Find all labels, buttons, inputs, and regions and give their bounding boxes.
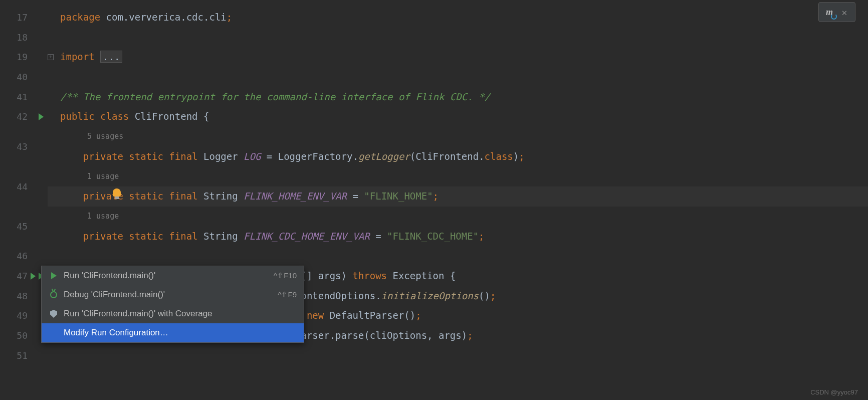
menu-label: Run 'CliFrontend.main()' with Coverage	[64, 309, 297, 319]
code-line[interactable]	[48, 246, 868, 266]
line-number: 50	[0, 326, 48, 346]
line-number: 43	[0, 127, 48, 166]
line-number: 49	[0, 306, 48, 326]
context-menu: Run 'CliFrontend.main()' ^⇧F10 Debug 'Cl…	[41, 266, 304, 343]
menu-label: Run 'CliFrontend.main()'	[64, 271, 274, 281]
line-number: 45	[0, 207, 48, 246]
code-line[interactable]: /** The frontend entrypoint for the comm…	[48, 87, 868, 107]
line-number: 47	[0, 266, 48, 286]
shield-icon	[49, 309, 59, 319]
run-icon[interactable]	[31, 273, 36, 280]
menu-item-debug[interactable]: Debug 'CliFrontend.main()' ^⇧F9	[42, 285, 304, 304]
code-line-current[interactable]: private static final String FLINK_HOME_E…	[48, 186, 868, 207]
close-icon[interactable]: ✕	[837, 5, 852, 20]
intention-bulb-icon[interactable]	[113, 188, 121, 196]
line-number: 46	[0, 246, 48, 266]
menu-item-modify-config[interactable]: Modify Run Configuration…	[42, 323, 304, 342]
watermark: CSDN @yyoc97	[810, 388, 858, 396]
line-number: 19+	[0, 47, 48, 67]
debug-icon	[49, 290, 59, 300]
refresh-icon	[831, 14, 837, 20]
code-line[interactable]: package com.ververica.cdc.cli;	[48, 8, 868, 28]
code-line[interactable]: private static final String FLINK_CDC_HO…	[48, 227, 868, 247]
line-number: 44	[0, 167, 48, 207]
menu-item-run[interactable]: Run 'CliFrontend.main()' ^⇧F10	[42, 266, 304, 285]
menu-item-coverage[interactable]: Run 'CliFrontend.main()' with Coverage	[42, 304, 304, 323]
line-number: 40	[0, 67, 48, 87]
code-line[interactable]	[48, 67, 868, 87]
line-number: 51	[0, 346, 48, 366]
gutter: 17 18 19+ 40 41 42 43 44 45 46 47 48 49 …	[0, 0, 48, 400]
usage-hint[interactable]: 5 usages	[48, 127, 868, 147]
menu-label: Modify Run Configuration…	[64, 328, 297, 338]
code-line[interactable]: private static final Logger LOG = Logger…	[48, 147, 868, 167]
line-number: 17	[0, 8, 48, 28]
menu-shortcut: ^⇧F9	[278, 290, 297, 299]
line-number: 41	[0, 87, 48, 107]
blank-icon	[49, 328, 59, 338]
usage-hint[interactable]: 1 usage	[48, 207, 868, 227]
menu-shortcut: ^⇧F10	[274, 271, 297, 280]
code-line[interactable]: public class CliFrontend {	[48, 107, 868, 127]
folded-region[interactable]: ...	[100, 51, 122, 63]
line-number: 18	[0, 28, 48, 48]
play-icon	[49, 271, 59, 281]
code-line[interactable]: import ...	[48, 47, 868, 67]
line-number: 48	[0, 286, 48, 306]
run-icon[interactable]	[39, 113, 44, 120]
usage-hint[interactable]: 1 usage	[48, 167, 868, 187]
floating-toolbar: m ✕	[818, 2, 855, 22]
code-line[interactable]	[48, 346, 868, 366]
code-line[interactable]	[48, 28, 868, 48]
maven-refresh-icon[interactable]: m	[822, 5, 837, 20]
menu-label: Debug 'CliFrontend.main()'	[64, 290, 278, 300]
line-number: 42	[0, 107, 48, 127]
